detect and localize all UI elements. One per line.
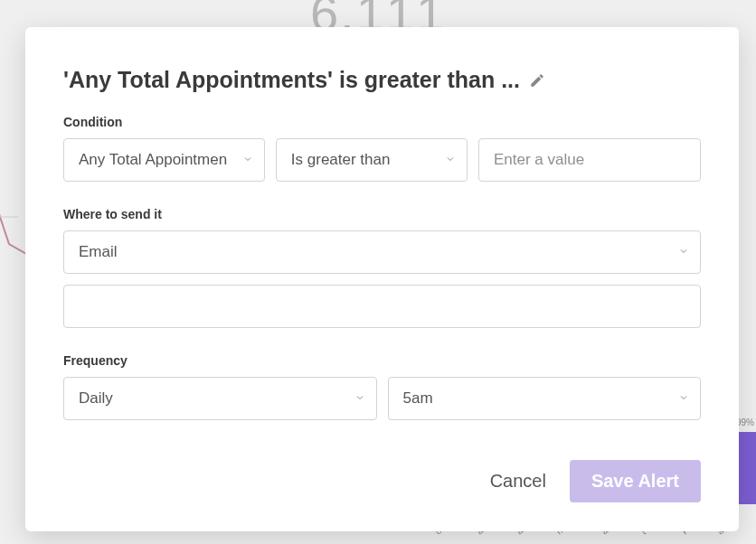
where-channel-select[interactable]: Email (63, 230, 701, 274)
condition-row: Any Total Appointmen Is greater than (63, 138, 701, 182)
where-label: Where to send it (63, 207, 701, 221)
chevron-down-icon (678, 389, 689, 408)
frequency-time-value: 5am (403, 389, 433, 408)
condition-label: Condition (63, 115, 701, 129)
background-purple-bar (736, 432, 756, 504)
chevron-down-icon (445, 151, 456, 169)
cancel-button[interactable]: Cancel (490, 471, 546, 492)
condition-operator-value: Is greater than (291, 151, 391, 169)
chevron-down-icon (242, 151, 253, 169)
save-alert-button[interactable]: Save Alert (570, 460, 701, 502)
where-channel-value: Email (79, 243, 118, 261)
pencil-icon[interactable] (529, 72, 545, 89)
condition-value-input[interactable] (478, 138, 701, 182)
condition-field-value: Any Total Appointmen (79, 151, 227, 169)
where-recipients-input[interactable] (63, 285, 701, 328)
frequency-time-select[interactable]: 5am (388, 377, 702, 420)
frequency-interval-value: Daily (79, 389, 113, 408)
chevron-down-icon (354, 389, 365, 408)
condition-operator-select[interactable]: Is greater than (276, 138, 468, 182)
frequency-interval-select[interactable]: Daily (63, 377, 377, 420)
condition-field-select[interactable]: Any Total Appointmen (63, 138, 265, 182)
modal-actions: Cancel Save Alert (63, 460, 701, 502)
frequency-label: Frequency (63, 353, 701, 368)
modal-title: 'Any Total Appointments' is greater than… (63, 67, 520, 93)
frequency-row: Daily 5am (63, 377, 701, 420)
alert-modal: 'Any Total Appointments' is greater than… (25, 27, 739, 531)
chevron-down-icon (678, 243, 689, 261)
